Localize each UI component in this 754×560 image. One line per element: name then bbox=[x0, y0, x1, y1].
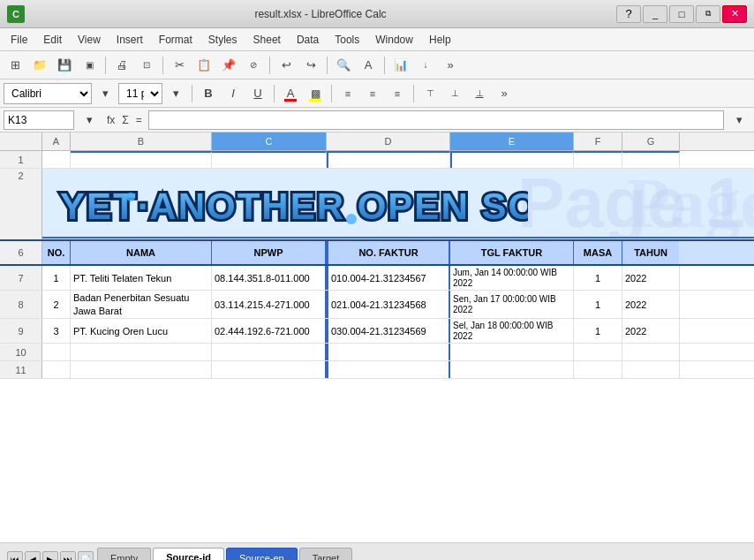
cell-11-a[interactable] bbox=[42, 361, 71, 378]
col-header-e[interactable]: E bbox=[450, 132, 574, 150]
add-sheet-button[interactable]: 📄 bbox=[78, 551, 94, 560]
cell-9-g[interactable]: 2022 bbox=[622, 319, 680, 343]
cell-7-g[interactable]: 2022 bbox=[622, 266, 680, 290]
top-align-button[interactable]: ⊤ bbox=[418, 83, 441, 104]
cell-header-masa[interactable]: MASA bbox=[574, 241, 622, 264]
restore-button[interactable]: ⧉ bbox=[696, 5, 720, 23]
cell-10-f[interactable] bbox=[574, 344, 622, 360]
chart-button[interactable]: 📊 bbox=[389, 55, 412, 76]
cell-header-no[interactable]: NO. bbox=[42, 241, 71, 264]
font-color-button[interactable]: A bbox=[279, 83, 302, 104]
cell-8-b[interactable]: Badan Penerbitan Sesuatu Jawa Barat bbox=[71, 291, 212, 318]
name-box-dropdown[interactable]: ▾ bbox=[78, 110, 101, 131]
align-right-button[interactable]: ≡ bbox=[386, 83, 409, 104]
minimize-button[interactable]: _ bbox=[643, 5, 667, 23]
clone-format-button[interactable]: ⊘ bbox=[242, 55, 265, 76]
cell-10-c[interactable] bbox=[212, 344, 327, 360]
more-button[interactable]: » bbox=[439, 55, 462, 76]
align-center-button[interactable]: ≡ bbox=[361, 83, 384, 104]
print-preview-button[interactable]: ⊡ bbox=[135, 55, 158, 76]
font-size-select[interactable]: 11 pt bbox=[118, 83, 162, 104]
save-button[interactable]: 💾 bbox=[53, 55, 76, 76]
cell-f1[interactable] bbox=[574, 151, 622, 168]
cell-8-a[interactable]: 2 bbox=[42, 291, 71, 318]
row-num-8[interactable]: 8 bbox=[0, 291, 42, 318]
cell-header-tahun[interactable]: TAHUN bbox=[622, 241, 680, 264]
underline-button[interactable]: U bbox=[246, 83, 269, 104]
row-num-11[interactable]: 11 bbox=[0, 361, 42, 378]
font-select[interactable]: Calibri bbox=[4, 83, 92, 104]
cell-7-e[interactable]: Jum, Jan 14 00:00:00 WIB 2022 bbox=[450, 266, 574, 290]
cell-10-g[interactable] bbox=[622, 344, 680, 360]
row-num-1[interactable]: 1 bbox=[0, 151, 42, 168]
cell-header-tgl-faktur[interactable]: TGL FAKTUR bbox=[450, 241, 574, 264]
menu-tools[interactable]: Tools bbox=[328, 31, 366, 49]
redo-button[interactable]: ↪ bbox=[299, 55, 322, 76]
cell-8-c[interactable]: 03.114.215.4-271.000 bbox=[212, 291, 327, 318]
menu-format[interactable]: Format bbox=[152, 31, 200, 49]
menu-data[interactable]: Data bbox=[290, 31, 326, 49]
cell-7-c[interactable]: 08.144.351.8-011.000 bbox=[212, 266, 327, 290]
cell-8-f[interactable]: 1 bbox=[574, 291, 622, 318]
cell-7-a[interactable]: 1 bbox=[42, 266, 71, 290]
more-format-button[interactable]: » bbox=[493, 83, 516, 104]
col-header-c[interactable]: C bbox=[212, 132, 327, 150]
cell-g1[interactable] bbox=[622, 151, 680, 168]
cell-10-e[interactable] bbox=[450, 344, 574, 360]
cell-reference-input[interactable] bbox=[4, 110, 74, 130]
cell-c1[interactable] bbox=[212, 151, 327, 168]
find-button[interactable]: 🔍 bbox=[332, 55, 355, 76]
cell-9-e[interactable]: Sel, Jan 18 00:00:00 WIB 2022 bbox=[450, 319, 574, 343]
tab-empty[interactable]: Empty bbox=[97, 548, 151, 560]
cell-a1[interactable] bbox=[42, 151, 71, 168]
col-header-g[interactable]: G bbox=[622, 132, 680, 150]
menu-sheet[interactable]: Sheet bbox=[246, 31, 288, 49]
tab-target[interactable]: Target bbox=[299, 548, 353, 560]
col-header-d[interactable]: D bbox=[327, 132, 450, 150]
cell-b1[interactable] bbox=[71, 151, 212, 168]
menu-view[interactable]: View bbox=[71, 31, 108, 49]
font-dropdown-btn[interactable]: ▾ bbox=[94, 83, 117, 104]
cell-11-b[interactable] bbox=[71, 361, 212, 378]
tab-next-button[interactable]: ▶ bbox=[42, 551, 58, 560]
cell-10-b[interactable] bbox=[71, 344, 212, 360]
cell-header-npwp[interactable]: NPWP bbox=[212, 241, 327, 264]
cell-11-c[interactable] bbox=[212, 361, 327, 378]
cell-11-f[interactable] bbox=[574, 361, 622, 378]
cell-7-d[interactable]: 010.004-21.31234567 bbox=[327, 266, 450, 290]
menu-file[interactable]: File bbox=[4, 31, 34, 49]
cell-7-b[interactable]: PT. Teliti Telaten Tekun bbox=[71, 266, 212, 290]
tab-source-id[interactable]: Source-id bbox=[153, 548, 224, 560]
cell-10-a[interactable] bbox=[42, 344, 71, 360]
cell-9-d[interactable]: 030.004-21.31234569 bbox=[327, 319, 450, 343]
cell-header-nama[interactable]: NAMA bbox=[71, 241, 212, 264]
tab-last-button[interactable]: ⏭ bbox=[60, 551, 76, 560]
menu-edit[interactable]: Edit bbox=[36, 31, 69, 49]
col-header-f[interactable]: F bbox=[574, 132, 622, 150]
cell-d1[interactable] bbox=[327, 151, 450, 168]
cell-11-d[interactable] bbox=[327, 361, 450, 378]
tab-prev-button[interactable]: ◀ bbox=[25, 551, 41, 560]
new-button[interactable]: ⊞ bbox=[4, 55, 26, 76]
row-num-6[interactable]: 6 bbox=[0, 241, 42, 264]
maximize-button[interactable]: □ bbox=[669, 5, 694, 23]
col-header-a[interactable]: A bbox=[42, 132, 71, 150]
cell-9-b[interactable]: PT. Kucing Oren Lucu bbox=[71, 319, 212, 343]
equals-icon[interactable]: = bbox=[133, 112, 145, 128]
formula-input[interactable] bbox=[148, 110, 724, 130]
undo-button[interactable]: ↩ bbox=[275, 55, 298, 76]
copy-button[interactable]: 📋 bbox=[192, 55, 215, 76]
sum-icon[interactable]: Σ bbox=[119, 112, 131, 128]
row-num-9[interactable]: 9 bbox=[0, 319, 42, 343]
cell-10-d[interactable] bbox=[327, 344, 450, 360]
print-button[interactable]: 🖨 bbox=[110, 55, 133, 76]
cell-9-a[interactable]: 3 bbox=[42, 319, 71, 343]
tab-first-button[interactable]: ⏮ bbox=[7, 551, 23, 560]
cell-header-no-faktur[interactable]: NO. FAKTUR bbox=[327, 241, 450, 264]
menu-window[interactable]: Window bbox=[368, 31, 420, 49]
function-icon[interactable]: fx bbox=[104, 112, 117, 128]
spellcheck-button[interactable]: A bbox=[357, 55, 380, 76]
sort-button[interactable]: ↓ bbox=[414, 55, 437, 76]
tab-source-en[interactable]: Source-en bbox=[226, 548, 298, 560]
row-num-10[interactable]: 10 bbox=[0, 344, 42, 360]
